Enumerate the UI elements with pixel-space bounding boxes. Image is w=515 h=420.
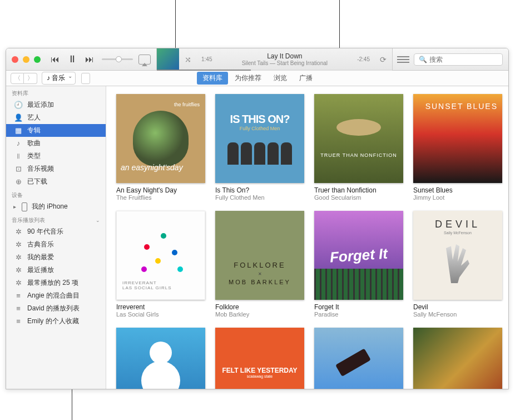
album-item[interactable] <box>314 328 403 389</box>
sidebar-playlist-90s[interactable]: ✲90 年代音乐 <box>6 225 106 238</box>
sidebar-header-devices: 设备 <box>6 188 106 200</box>
grid-icon: ▦ <box>14 126 23 135</box>
sidebar-item-downloaded[interactable]: ⊕已下载 <box>6 175 106 188</box>
person-icon: 👤 <box>14 113 23 122</box>
search-input[interactable] <box>429 56 498 63</box>
album-cover[interactable]: DEVILSally McFenson <box>413 211 502 300</box>
album-cover[interactable]: IRREVERANTLAS SOCIAL GIRLS <box>116 211 205 300</box>
album-title: Truer than Nonfiction <box>314 186 403 194</box>
airplay-button[interactable] <box>138 55 151 65</box>
note-icon: ♪ <box>14 139 23 147</box>
smart-playlist-icon: ✲ <box>14 253 23 261</box>
up-next-button[interactable] <box>397 55 409 64</box>
tab-radio[interactable]: 广播 <box>294 72 318 85</box>
playlist-icon: ≡ <box>14 317 23 325</box>
album-artist: Las Social Girls <box>116 311 205 318</box>
window-controls <box>12 56 41 63</box>
phone-icon <box>22 202 27 211</box>
album-title: An Easy Night's Day <box>116 186 205 194</box>
sidebar-item-songs[interactable]: ♪歌曲 <box>6 137 106 150</box>
playback-controls: ⏮ ⏸ ⏭ <box>51 53 94 65</box>
sidebar-playlist-favorites[interactable]: ✲我的最爱 <box>6 251 106 264</box>
album-item[interactable]: Forget It Forget It Paradise <box>314 211 403 318</box>
sidebar-item-iphone[interactable]: ▸我的 iPhone <box>6 200 106 213</box>
album-title: Sunset Blues <box>413 186 502 194</box>
smart-playlist-icon: ✲ <box>14 266 23 274</box>
album-item[interactable]: the fruitfliesan easynight'sday An Easy … <box>116 94 205 201</box>
album-item[interactable]: TRUER THAN NONFICTION Truer than Nonfict… <box>314 94 403 201</box>
smart-playlist-icon: ✲ <box>14 279 23 287</box>
album-artist: Fully Clothed Men <box>215 194 304 201</box>
album-item[interactable]: HOLIDAY STANDARDS <box>116 328 205 389</box>
now-playing-artwork[interactable] <box>157 48 179 71</box>
itunes-window: ⏮ ⏸ ⏭ ⤭ 1:45 Lay It Down Silent Tails — … <box>6 48 509 389</box>
close-button[interactable] <box>12 56 18 63</box>
album-item[interactable] <box>413 328 502 389</box>
album-cover[interactable]: FELT LIKE YESTERDAYscalawag state <box>215 328 304 389</box>
volume-slider[interactable] <box>102 58 133 60</box>
search-icon: 🔍 <box>419 56 427 63</box>
minimize-button[interactable] <box>23 56 29 63</box>
device-button[interactable] <box>81 73 90 84</box>
pause-button[interactable]: ⏸ <box>67 53 77 65</box>
album-item[interactable]: SUNSET BLUES Sunset Blues Jimmy Loot <box>413 94 502 201</box>
media-picker[interactable]: ♪ 音乐 <box>42 72 76 85</box>
album-cover[interactable]: Forget It <box>314 211 403 300</box>
album-cover[interactable]: SUNSET BLUES <box>413 94 502 183</box>
tab-browse[interactable]: 浏览 <box>268 72 293 85</box>
album-item[interactable]: FELT LIKE YESTERDAYscalawag state <box>215 328 304 389</box>
next-button[interactable]: ⏭ <box>85 55 94 65</box>
chevron-down-icon[interactable]: ⌄ <box>96 218 100 223</box>
forward-button[interactable]: 〉 <box>24 73 37 84</box>
sidebar-item-genres[interactable]: ⫴类型 <box>6 150 106 162</box>
album-item[interactable]: FOLKLORE✕MOB BARKLEY Folklore Mob Barkle… <box>215 211 304 318</box>
album-cover[interactable]: HOLIDAY STANDARDS <box>116 328 205 389</box>
album-item[interactable]: IS THIS ON?Fully Clothed Men Is This On?… <box>215 94 304 201</box>
sidebar-playlist-classical[interactable]: ✲古典音乐 <box>6 238 106 251</box>
album-cover[interactable]: IS THIS ON?Fully Clothed Men <box>215 94 304 183</box>
zoom-button[interactable] <box>34 56 41 63</box>
sidebar-item-recently-added[interactable]: 🕘最近添加 <box>6 98 106 111</box>
video-icon: ⊡ <box>14 165 23 173</box>
back-button[interactable]: 〈 <box>11 73 24 84</box>
album-artist: Paradise <box>314 311 403 318</box>
sidebar-item-artists[interactable]: 👤艺人 <box>6 111 106 124</box>
album-title: Folklore <box>215 303 304 311</box>
album-title: Devil <box>413 303 502 311</box>
sidebar-playlist-emily[interactable]: ≡Emily 的个人收藏 <box>6 315 106 328</box>
sidebar-playlist-top25[interactable]: ✲最常播放的 25 项 <box>6 276 106 289</box>
album-item[interactable]: IRREVERANTLAS SOCIAL GIRLS Irreverent La… <box>116 211 205 318</box>
sidebar: 资料库 🕘最近添加 👤艺人 ▦专辑 ♪歌曲 ⫴类型 ⊡音乐视频 ⊕已下载 设备 … <box>6 86 106 389</box>
sidebar-item-albums[interactable]: ▦专辑 <box>6 124 106 137</box>
sidebar-item-music-videos[interactable]: ⊡音乐视频 <box>6 162 106 175</box>
repeat-icon[interactable]: ⟳ <box>380 55 387 64</box>
album-item[interactable]: DEVILSally McFenson Devil Sally McFenson <box>413 211 502 318</box>
smart-playlist-icon: ✲ <box>14 240 23 249</box>
progress-bar[interactable] <box>157 70 392 71</box>
search-field[interactable]: 🔍 <box>414 53 503 66</box>
sidebar-playlist-david[interactable]: ≡David 的播放列表 <box>6 302 106 315</box>
playlist-icon: ≡ <box>14 304 23 313</box>
now-playing-title: Lay It Down <box>216 52 353 60</box>
album-title: Forget It <box>314 303 403 311</box>
tab-library[interactable]: 资料库 <box>197 72 228 85</box>
album-artist: Sally McFenson <box>413 311 502 318</box>
main-tabs: 资料库 为你推荐 浏览 广播 <box>197 72 318 85</box>
album-cover[interactable]: TRUER THAN NONFICTION <box>314 94 403 183</box>
tab-for-you[interactable]: 为你推荐 <box>229 72 267 85</box>
sidebar-header-library: 资料库 <box>6 86 106 98</box>
album-cover[interactable]: the fruitfliesan easynight'sday <box>116 94 205 183</box>
album-artist: Good Secularism <box>314 194 403 201</box>
sidebar-playlist-recent[interactable]: ✲最近播放 <box>6 264 106 276</box>
previous-button[interactable]: ⏮ <box>51 55 60 65</box>
elapsed-time: 1:45 <box>201 56 212 62</box>
album-cover[interactable] <box>413 328 502 389</box>
album-cover[interactable] <box>314 328 403 389</box>
sidebar-playlist-angie[interactable]: ≡Angie 的混合曲目 <box>6 289 106 302</box>
album-grid: the fruitfliesan easynight'sday An Easy … <box>106 86 508 389</box>
album-cover[interactable]: FOLKLORE✕MOB BARKLEY <box>215 211 304 300</box>
titlebar: ⏮ ⏸ ⏭ ⤭ 1:45 Lay It Down Silent Tails — … <box>6 48 508 71</box>
album-artist: Mob Barkley <box>215 311 304 318</box>
album-artist: The Fruitflies <box>116 194 205 201</box>
shuffle-icon[interactable]: ⤭ <box>185 55 191 64</box>
